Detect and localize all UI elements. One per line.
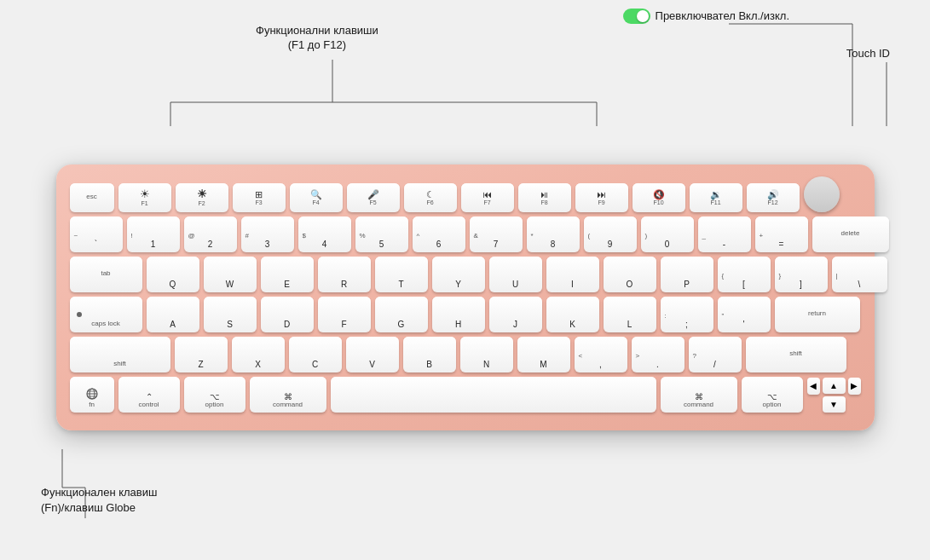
num-key-row: ~ ` ! 1 @ 2 # 3 $ 4 % 5: [70, 216, 861, 252]
key-rbracket[interactable]: } ]: [775, 257, 828, 292]
key-o[interactable]: O: [604, 257, 656, 292]
key-e[interactable]: E: [261, 257, 314, 292]
key-f8[interactable]: ⏯ F8: [518, 183, 571, 212]
key-y[interactable]: Y: [432, 257, 485, 292]
toggle-switch-icon[interactable]: [623, 9, 650, 24]
page-container: Функционални клавиши (F1 до F12) Превклю…: [0, 0, 930, 560]
key-f7[interactable]: ⏮ F7: [461, 183, 514, 212]
bottom-key-row: fn ⌃ control ⌥ option ⌘ command ⌘ comm: [70, 377, 861, 413]
key-9[interactable]: ( 9: [584, 216, 637, 252]
key-x[interactable]: X: [232, 337, 285, 372]
toggle-label: Превключвател Вкл./изкл.: [623, 9, 789, 24]
key-l[interactable]: L: [604, 297, 656, 332]
key-f2[interactable]: ☀ F2: [176, 183, 228, 212]
key-lbracket[interactable]: { [: [718, 257, 771, 292]
touch-id-label: Touch ID: [846, 47, 890, 61]
key-f11[interactable]: 🔉 F11: [690, 183, 742, 212]
key-q[interactable]: Q: [147, 257, 199, 292]
key-slash[interactable]: ? /: [689, 337, 742, 372]
key-0[interactable]: ) 0: [641, 216, 694, 252]
key-6[interactable]: ^ 6: [413, 216, 465, 252]
key-b[interactable]: B: [403, 337, 456, 372]
z-key-row: shift Z X C V B N M < , > . ? / shift: [70, 337, 861, 372]
key-f1[interactable]: ☀ F1: [118, 183, 171, 212]
key-3[interactable]: # 3: [241, 216, 294, 252]
key-semicolon[interactable]: : ;: [661, 297, 713, 332]
key-fn-globe[interactable]: fn: [70, 377, 114, 413]
key-1[interactable]: ! 1: [127, 216, 180, 252]
key-equals[interactable]: + =: [755, 216, 808, 252]
key-backslash[interactable]: | \: [832, 257, 887, 292]
key-t[interactable]: T: [375, 257, 428, 292]
key-h[interactable]: H: [432, 297, 485, 332]
arrow-key-cluster: ◀ ▲ ▼ ▶: [807, 378, 861, 413]
key-minus[interactable]: _ -: [698, 216, 751, 252]
q-key-row: tab Q W E R T Y U I O P { [ } ] | \: [70, 257, 861, 292]
key-a[interactable]: A: [147, 297, 199, 332]
key-arrow-up[interactable]: ▲: [823, 378, 846, 394]
key-tab[interactable]: tab: [70, 257, 142, 292]
key-m[interactable]: M: [517, 337, 570, 372]
key-f5[interactable]: 🎤 F5: [347, 183, 400, 212]
key-i[interactable]: I: [546, 257, 599, 292]
key-touch-id[interactable]: [804, 176, 840, 212]
a-key-row: caps lock A S D F G H J K L : ; " ' retu…: [70, 297, 861, 332]
key-arrow-down[interactable]: ▼: [823, 396, 846, 413]
keyboard: esc ☀ F1 ☀ F2 ⊞ F3 🔍 F4 🎤 F5 ☾: [56, 165, 875, 430]
key-8[interactable]: * 8: [527, 216, 580, 252]
key-arrow-right[interactable]: ▶: [848, 378, 861, 395]
key-period[interactable]: > .: [632, 337, 685, 372]
key-return[interactable]: return: [775, 297, 860, 332]
key-f[interactable]: F: [318, 297, 371, 332]
fn-key-label: Функционален клавиш (Fn)/клавиш Globe: [41, 485, 157, 516]
key-j[interactable]: J: [489, 297, 542, 332]
key-f3[interactable]: ⊞ F3: [233, 183, 286, 212]
key-5[interactable]: % 5: [355, 216, 408, 252]
key-backtick[interactable]: ~ `: [70, 216, 123, 252]
key-comma[interactable]: < ,: [575, 337, 627, 372]
key-v[interactable]: V: [346, 337, 399, 372]
globe-icon: [86, 388, 98, 400]
arrow-up-down-row: ◀ ▲ ▼ ▶: [807, 378, 861, 413]
key-f4[interactable]: 🔍 F4: [290, 183, 343, 212]
key-w[interactable]: W: [204, 257, 257, 292]
key-p[interactable]: P: [661, 257, 713, 292]
key-option-right[interactable]: ⌥ option: [742, 377, 803, 413]
key-f12[interactable]: 🔊 F12: [747, 183, 800, 212]
key-2[interactable]: @ 2: [184, 216, 237, 252]
key-g[interactable]: G: [375, 297, 428, 332]
key-k[interactable]: K: [546, 297, 599, 332]
key-s[interactable]: S: [204, 297, 257, 332]
key-command-left[interactable]: ⌘ command: [250, 377, 326, 413]
key-n[interactable]: N: [460, 337, 513, 372]
key-f6[interactable]: ☾ F6: [404, 183, 457, 212]
caps-lock-indicator: [77, 312, 82, 317]
key-r[interactable]: R: [318, 257, 371, 292]
key-d[interactable]: D: [261, 297, 314, 332]
key-quote[interactable]: " ': [718, 297, 771, 332]
key-shift-left[interactable]: shift: [70, 337, 170, 372]
key-arrow-left[interactable]: ◀: [807, 378, 820, 395]
key-caps-lock[interactable]: caps lock: [70, 297, 142, 332]
key-space[interactable]: [331, 377, 656, 413]
key-4[interactable]: $ 4: [298, 216, 351, 252]
key-delete[interactable]: delete: [812, 216, 889, 252]
key-z[interactable]: Z: [175, 337, 228, 372]
key-shift-right[interactable]: shift: [746, 337, 846, 372]
key-option-left[interactable]: ⌥ option: [184, 377, 245, 413]
key-7[interactable]: & 7: [470, 216, 523, 252]
key-control-left[interactable]: ⌃ control: [118, 377, 180, 413]
key-command-right[interactable]: ⌘ command: [661, 377, 737, 413]
func-keys-label: Функционални клавиши (F1 до F12): [256, 24, 378, 53]
key-f9[interactable]: ⏭ F9: [575, 183, 628, 212]
key-u[interactable]: U: [489, 257, 542, 292]
key-f10[interactable]: 🔇 F10: [633, 183, 685, 212]
fn-key-row: esc ☀ F1 ☀ F2 ⊞ F3 🔍 F4 🎤 F5 ☾: [70, 176, 861, 212]
key-esc[interactable]: esc: [70, 183, 114, 212]
key-c[interactable]: C: [289, 337, 342, 372]
